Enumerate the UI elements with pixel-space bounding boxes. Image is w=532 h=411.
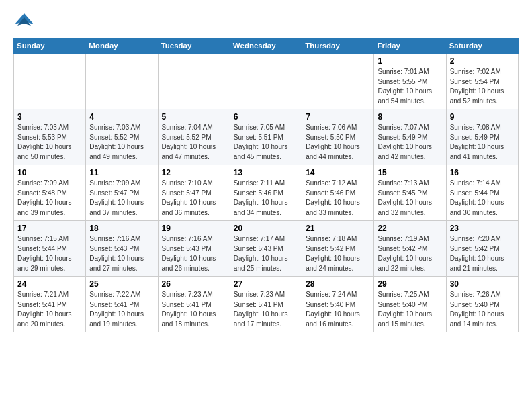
day-info: Sunrise: 7:06 AM Sunset: 5:50 PM Dayligh… — [306, 123, 370, 162]
calendar-day-cell — [86, 54, 158, 109]
calendar-day-cell: 20Sunrise: 7:17 AM Sunset: 5:43 PM Dayli… — [230, 221, 302, 277]
day-info: Sunrise: 7:04 AM Sunset: 5:52 PM Dayligh… — [162, 123, 226, 162]
calendar-day-cell: 27Sunrise: 7:23 AM Sunset: 5:41 PM Dayli… — [230, 277, 302, 332]
calendar-day-cell: 12Sunrise: 7:10 AM Sunset: 5:47 PM Dayli… — [158, 165, 230, 221]
day-info: Sunrise: 7:14 AM Sunset: 5:44 PM Dayligh… — [450, 179, 515, 218]
day-number: 14 — [306, 168, 370, 177]
day-number: 10 — [17, 168, 82, 177]
calendar-day-cell — [230, 54, 302, 109]
calendar-day-cell: 9Sunrise: 7:08 AM Sunset: 5:49 PM Daylig… — [446, 109, 518, 165]
day-number: 7 — [306, 112, 370, 122]
calendar-day-cell: 3Sunrise: 7:03 AM Sunset: 5:53 PM Daylig… — [14, 109, 86, 165]
weekday-header-cell: Tuesday — [158, 38, 230, 54]
day-info: Sunrise: 7:05 AM Sunset: 5:51 PM Dayligh… — [234, 123, 298, 162]
weekday-header-row: SundayMondayTuesdayWednesdayThursdayFrid… — [14, 38, 519, 54]
day-number: 1 — [378, 56, 442, 66]
day-number: 4 — [89, 112, 154, 122]
calendar-day-cell: 10Sunrise: 7:09 AM Sunset: 5:48 PM Dayli… — [14, 165, 86, 221]
day-number: 17 — [17, 224, 82, 233]
logo — [13, 11, 34, 30]
day-number: 19 — [162, 224, 226, 233]
day-number: 3 — [17, 112, 82, 122]
day-info: Sunrise: 7:25 AM Sunset: 5:40 PM Dayligh… — [378, 290, 442, 329]
calendar-day-cell: 17Sunrise: 7:15 AM Sunset: 5:44 PM Dayli… — [14, 221, 86, 277]
calendar-day-cell: 30Sunrise: 7:26 AM Sunset: 5:40 PM Dayli… — [446, 277, 518, 332]
day-info: Sunrise: 7:07 AM Sunset: 5:49 PM Dayligh… — [378, 123, 442, 162]
weekday-header-cell: Wednesday — [230, 38, 302, 54]
day-info: Sunrise: 7:16 AM Sunset: 5:43 PM Dayligh… — [162, 234, 226, 273]
calendar-week-row: 10Sunrise: 7:09 AM Sunset: 5:48 PM Dayli… — [14, 165, 519, 221]
calendar-day-cell: 23Sunrise: 7:20 AM Sunset: 5:42 PM Dayli… — [446, 221, 518, 277]
day-info: Sunrise: 7:10 AM Sunset: 5:47 PM Dayligh… — [162, 179, 226, 218]
calendar-week-row: 3Sunrise: 7:03 AM Sunset: 5:53 PM Daylig… — [14, 109, 519, 165]
day-number: 8 — [378, 112, 442, 122]
day-info: Sunrise: 7:23 AM Sunset: 5:41 PM Dayligh… — [162, 290, 226, 329]
weekday-header-cell: Sunday — [14, 38, 86, 54]
day-info: Sunrise: 7:02 AM Sunset: 5:54 PM Dayligh… — [450, 67, 515, 106]
day-info: Sunrise: 7:18 AM Sunset: 5:42 PM Dayligh… — [306, 234, 370, 273]
weekday-header-cell: Monday — [86, 38, 158, 54]
day-info: Sunrise: 7:13 AM Sunset: 5:45 PM Dayligh… — [378, 179, 442, 218]
day-number: 24 — [17, 279, 82, 289]
calendar-day-cell: 1Sunrise: 7:01 AM Sunset: 5:55 PM Daylig… — [374, 54, 446, 109]
day-number: 28 — [306, 279, 370, 289]
weekday-header-cell: Saturday — [446, 38, 518, 54]
day-info: Sunrise: 7:11 AM Sunset: 5:46 PM Dayligh… — [234, 179, 298, 218]
day-number: 23 — [450, 224, 515, 233]
day-info: Sunrise: 7:15 AM Sunset: 5:44 PM Dayligh… — [17, 234, 82, 273]
day-number: 12 — [162, 168, 226, 177]
calendar-day-cell — [14, 54, 86, 109]
calendar-day-cell: 14Sunrise: 7:12 AM Sunset: 5:46 PM Dayli… — [302, 165, 374, 221]
day-number: 16 — [450, 168, 515, 177]
day-info: Sunrise: 7:01 AM Sunset: 5:55 PM Dayligh… — [378, 67, 442, 106]
day-number: 25 — [89, 279, 154, 289]
calendar-day-cell: 29Sunrise: 7:25 AM Sunset: 5:40 PM Dayli… — [374, 277, 446, 332]
day-info: Sunrise: 7:23 AM Sunset: 5:41 PM Dayligh… — [234, 290, 298, 329]
calendar-day-cell: 15Sunrise: 7:13 AM Sunset: 5:45 PM Dayli… — [374, 165, 446, 221]
calendar-day-cell: 18Sunrise: 7:16 AM Sunset: 5:43 PM Dayli… — [86, 221, 158, 277]
day-number: 18 — [89, 224, 154, 233]
header — [13, 11, 519, 30]
day-number: 21 — [306, 224, 370, 233]
calendar-day-cell: 19Sunrise: 7:16 AM Sunset: 5:43 PM Dayli… — [158, 221, 230, 277]
day-number: 20 — [234, 224, 298, 233]
calendar-day-cell — [302, 54, 374, 109]
day-number: 15 — [378, 168, 442, 177]
calendar-day-cell: 22Sunrise: 7:19 AM Sunset: 5:42 PM Dayli… — [374, 221, 446, 277]
weekday-header-cell: Friday — [374, 38, 446, 54]
calendar-day-cell: 25Sunrise: 7:22 AM Sunset: 5:41 PM Dayli… — [86, 277, 158, 332]
day-number: 6 — [234, 112, 298, 122]
day-info: Sunrise: 7:17 AM Sunset: 5:43 PM Dayligh… — [234, 234, 298, 273]
day-number: 30 — [450, 279, 515, 289]
day-info: Sunrise: 7:12 AM Sunset: 5:46 PM Dayligh… — [306, 179, 370, 218]
day-number: 27 — [234, 279, 298, 289]
day-info: Sunrise: 7:24 AM Sunset: 5:40 PM Dayligh… — [306, 290, 370, 329]
calendar-day-cell: 28Sunrise: 7:24 AM Sunset: 5:40 PM Dayli… — [302, 277, 374, 332]
calendar-week-row: 17Sunrise: 7:15 AM Sunset: 5:44 PM Dayli… — [14, 221, 519, 277]
day-info: Sunrise: 7:26 AM Sunset: 5:40 PM Dayligh… — [450, 290, 515, 329]
calendar-day-cell: 11Sunrise: 7:09 AM Sunset: 5:47 PM Dayli… — [86, 165, 158, 221]
day-number: 5 — [162, 112, 226, 122]
calendar-day-cell: 13Sunrise: 7:11 AM Sunset: 5:46 PM Dayli… — [230, 165, 302, 221]
page: SundayMondayTuesdayWednesdayThursdayFrid… — [0, 0, 532, 340]
calendar-day-cell: 2Sunrise: 7:02 AM Sunset: 5:54 PM Daylig… — [446, 54, 518, 109]
calendar-day-cell: 16Sunrise: 7:14 AM Sunset: 5:44 PM Dayli… — [446, 165, 518, 221]
calendar-day-cell: 4Sunrise: 7:03 AM Sunset: 5:52 PM Daylig… — [86, 109, 158, 165]
calendar-body: 1Sunrise: 7:01 AM Sunset: 5:55 PM Daylig… — [14, 54, 519, 332]
day-info: Sunrise: 7:03 AM Sunset: 5:52 PM Dayligh… — [89, 123, 154, 162]
calendar-day-cell: 7Sunrise: 7:06 AM Sunset: 5:50 PM Daylig… — [302, 109, 374, 165]
day-info: Sunrise: 7:03 AM Sunset: 5:53 PM Dayligh… — [17, 123, 82, 162]
day-number: 29 — [378, 279, 442, 289]
day-info: Sunrise: 7:08 AM Sunset: 5:49 PM Dayligh… — [450, 123, 515, 162]
day-number: 26 — [162, 279, 226, 289]
calendar-day-cell: 5Sunrise: 7:04 AM Sunset: 5:52 PM Daylig… — [158, 109, 230, 165]
logo-icon — [15, 11, 34, 30]
day-info: Sunrise: 7:16 AM Sunset: 5:43 PM Dayligh… — [89, 234, 154, 273]
calendar-day-cell — [158, 54, 230, 109]
day-info: Sunrise: 7:21 AM Sunset: 5:41 PM Dayligh… — [17, 290, 82, 329]
calendar-week-row: 1Sunrise: 7:01 AM Sunset: 5:55 PM Daylig… — [14, 54, 519, 109]
calendar-day-cell: 6Sunrise: 7:05 AM Sunset: 5:51 PM Daylig… — [230, 109, 302, 165]
calendar-day-cell: 26Sunrise: 7:23 AM Sunset: 5:41 PM Dayli… — [158, 277, 230, 332]
day-info: Sunrise: 7:19 AM Sunset: 5:42 PM Dayligh… — [378, 234, 442, 273]
day-number: 22 — [378, 224, 442, 233]
